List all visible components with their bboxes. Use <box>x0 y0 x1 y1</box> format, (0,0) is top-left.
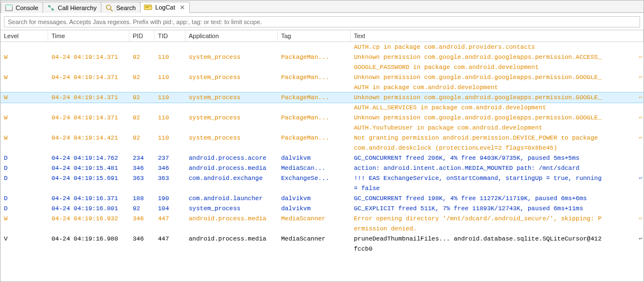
cell-pid <box>129 103 155 113</box>
col-tid[interactable]: TID <box>155 30 185 41</box>
cell-tag <box>278 103 351 113</box>
table-row[interactable]: ermission denied. <box>1 224 643 234</box>
table-row[interactable]: AUTH in package com.android.development <box>1 82 643 93</box>
cell-tag: dalvikvm <box>278 153 351 163</box>
table-row[interactable]: GOOGLE_PASSWORD in package com.android.d… <box>1 62 643 72</box>
cell-time: 04-24 04:19:16.932 <box>48 214 129 224</box>
cell-text: GC_CONCURRENT freed 198K, 4% free 11272K… <box>351 193 643 204</box>
cell-time: 04-24 04:19:14.421 <box>48 133 129 143</box>
cell-tid: 447 <box>155 234 185 244</box>
tab-logcat[interactable]: LogCat ✕ <box>140 2 189 13</box>
cell-time <box>48 42 129 52</box>
table-row[interactable]: V04-24 04:19:16.980346447android.process… <box>1 234 643 244</box>
table-row[interactable]: W04-24 04:19:14.37192110system_processPa… <box>1 72 643 82</box>
table-row[interactable]: D04-24 04:19:16.371188190com.android.lau… <box>1 193 643 204</box>
search-input[interactable] <box>4 16 640 27</box>
cell-pid <box>129 224 155 234</box>
wrap-icon: ↩ <box>638 214 642 224</box>
cell-level: D <box>1 163 48 173</box>
close-icon[interactable]: ✕ <box>180 4 185 11</box>
cell-time: 04-24 04:19:14.371 <box>48 52 129 62</box>
log-table-body[interactable]: AUTH.cp in package com.android.providers… <box>1 42 643 281</box>
table-row[interactable]: AUTH.cp in package com.android.providers… <box>1 42 643 52</box>
cell-tid <box>155 143 185 153</box>
cell-tid: 447 <box>155 214 185 224</box>
col-level[interactable]: Level <box>1 30 48 41</box>
cell-tag <box>278 244 351 254</box>
tab-console[interactable]: Console <box>1 2 43 13</box>
cell-text: Unknown permission com.google.android.go… <box>351 52 643 62</box>
cell-time: 04-24 04:19:16.801 <box>48 204 129 214</box>
table-row[interactable]: W04-24 04:19:14.42192110system_processPa… <box>1 133 643 143</box>
table-row[interactable]: AUTH.ALL_SERVICES in package com.android… <box>1 103 643 113</box>
cell-app: android.process.media <box>185 214 278 224</box>
tab-label: Console <box>16 4 38 11</box>
table-row[interactable]: D04-24 04:19:15.481346346android.process… <box>1 163 643 173</box>
cell-text: AUTH in package com.android.development <box>351 82 643 93</box>
cell-tag <box>278 42 351 52</box>
cell-pid: 363 <box>129 173 155 183</box>
svg-rect-9 <box>145 7 149 8</box>
table-row[interactable]: W04-24 04:19:14.37192110system_processPa… <box>1 93 643 103</box>
cell-level <box>1 224 48 234</box>
wrap-icon: ↩ <box>638 93 642 103</box>
cell-app: system_process <box>185 133 278 143</box>
svg-rect-1 <box>6 5 12 7</box>
call-hierarchy-icon <box>46 3 55 12</box>
cell-pid: 92 <box>129 52 155 62</box>
table-row[interactable]: W04-24 04:19:16.932346447android.process… <box>1 214 643 224</box>
col-pid[interactable]: PID <box>129 30 155 41</box>
cell-tag <box>278 123 351 133</box>
cell-level: W <box>1 72 48 82</box>
cell-tid <box>155 183 185 193</box>
cell-text: Not granting permission android.permissi… <box>351 133 643 143</box>
wrap-icon: ↩ <box>638 133 642 143</box>
col-time[interactable]: Time <box>48 30 129 41</box>
cell-pid <box>129 42 155 52</box>
cell-text: pruneDeadThumbnailFiles... android.datab… <box>351 234 643 244</box>
cell-level <box>1 62 48 72</box>
cell-tid <box>155 103 185 113</box>
col-app[interactable]: Application <box>185 30 278 41</box>
cell-app: system_process <box>185 72 278 82</box>
cell-app: system_process <box>185 93 278 103</box>
table-row[interactable]: W04-24 04:19:14.37192110system_processPa… <box>1 52 643 62</box>
cell-text: action: android.intent.action.MEDIA_MOUN… <box>351 163 643 173</box>
cell-tag <box>278 183 351 193</box>
cell-tag <box>278 224 351 234</box>
table-row[interactable]: = false <box>1 183 643 193</box>
cell-time: 04-24 04:19:14.371 <box>48 93 129 103</box>
table-row[interactable]: D04-24 04:19:14.762234237android.process… <box>1 153 643 163</box>
cell-level: D <box>1 204 48 214</box>
cell-pid: 92 <box>129 93 155 103</box>
col-text[interactable]: Text <box>351 30 643 41</box>
cell-level: W <box>1 93 48 103</box>
cell-pid: 188 <box>129 193 155 204</box>
tab-call-hierarchy[interactable]: Call Hierarchy <box>43 2 101 13</box>
table-row[interactable]: D04-24 04:19:16.80192104system_processda… <box>1 204 643 214</box>
cell-tag: MediaScan... <box>278 163 351 173</box>
cell-pid <box>129 143 155 153</box>
table-row[interactable]: fccb0 <box>1 244 643 254</box>
cell-level: D <box>1 193 48 204</box>
table-row[interactable]: com.android.deskclock (protectionLevel=2… <box>1 143 643 153</box>
table-row[interactable]: AUTH.YouTubeUser in package com.android.… <box>1 123 643 133</box>
cell-level: W <box>1 214 48 224</box>
cell-level <box>1 42 48 52</box>
table-row[interactable]: D04-24 04:19:15.691363363com.android.exc… <box>1 173 643 183</box>
cell-text: com.android.deskclock (protectionLevel=2… <box>351 143 643 153</box>
wrap-icon: ↩ <box>638 52 642 62</box>
cell-pid: 346 <box>129 214 155 224</box>
wrap-icon: ↩ <box>638 72 642 82</box>
col-tag[interactable]: Tag <box>278 30 351 41</box>
cell-tag: MediaScanner <box>278 214 351 224</box>
cell-level <box>1 82 48 93</box>
cell-tag <box>278 62 351 72</box>
cell-level <box>1 123 48 133</box>
cell-time: 04-24 04:19:16.371 <box>48 193 129 204</box>
cell-app <box>185 82 278 93</box>
cell-tag: ExchangeSe... <box>278 173 351 183</box>
table-row[interactable]: W04-24 04:19:14.37192110system_processPa… <box>1 113 643 123</box>
cell-app: android.process.media <box>185 234 278 244</box>
tab-search[interactable]: Search <box>101 2 141 13</box>
